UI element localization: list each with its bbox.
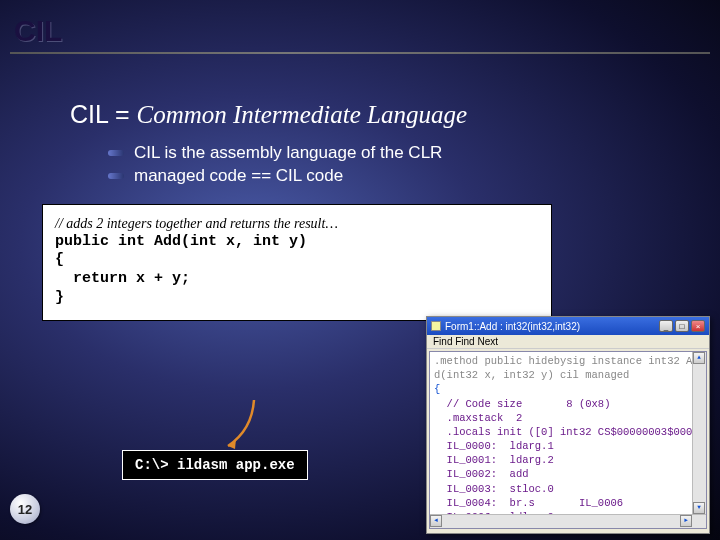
il-line: IL_0004: br.s IL_0006 [434,496,702,510]
bullet-icon [108,173,124,179]
heading: CIL = Common Intermediate Language [0,54,720,143]
bullet-icon [108,150,124,156]
il-line: IL_0001: ldarg.2 [434,453,702,467]
il-line: // Code size 8 (0x8) [434,397,702,411]
il-line: .locals init ([0] int32 CS$00000003$0000… [434,425,702,439]
command-box: C:\> ildasm app.exe [122,450,308,480]
page-number: 12 [10,494,40,524]
code-line: { [55,251,539,270]
scroll-left-icon[interactable]: ◄ [430,515,442,527]
window-icon [431,321,441,331]
code-line: public int Add(int x, int y) [55,233,539,252]
slide-title: CIL [0,0,720,52]
bullet-text: managed code == CIL code [134,166,343,186]
list-item: CIL is the assembly language of the CLR [108,143,720,163]
list-item: managed code == CIL code [108,166,720,186]
il-line: IL_0002: add [434,467,702,481]
maximize-button[interactable]: □ [675,320,689,332]
code-line: return x + y; [55,270,539,289]
scrollbar-horizontal[interactable]: ◄ ► [430,514,706,528]
scroll-down-icon[interactable]: ▼ [693,502,705,514]
heading-prefix: CIL = [70,100,136,128]
code-box: // adds 2 integers together and returns … [42,204,552,321]
scroll-up-icon[interactable]: ▲ [693,352,705,364]
scrollbar-vertical[interactable]: ▲ ▼ [692,352,706,514]
window-title: Form1::Add : int32(int32,int32) [445,321,580,332]
code-comment: // adds 2 integers together and returns … [55,215,539,233]
window-body: .method public hidebysig instance int32 … [429,351,707,529]
bullet-text: CIL is the assembly language of the CLR [134,143,442,163]
minimize-button[interactable]: _ [659,320,673,332]
scroll-right-icon[interactable]: ► [680,515,692,527]
il-line: IL_0003: stloc.0 [434,482,702,496]
bullet-list: CIL is the assembly language of the CLR … [0,143,720,186]
il-line: .maxstack 2 [434,411,702,425]
ildasm-window: Form1::Add : int32(int32,int32) _ □ × Fi… [426,316,710,534]
code-line: } [55,289,539,308]
il-line: IL_0000: ldarg.1 [434,439,702,453]
window-titlebar[interactable]: Form1::Add : int32(int32,int32) _ □ × [427,317,709,335]
arrow-icon [214,400,274,454]
il-declaration: .method public hidebysig instance int32 … [434,354,702,382]
window-menu[interactable]: Find Find Next [427,335,709,349]
il-line: { [434,382,702,396]
close-button[interactable]: × [691,320,705,332]
heading-main: Common Intermediate Language [136,101,467,128]
